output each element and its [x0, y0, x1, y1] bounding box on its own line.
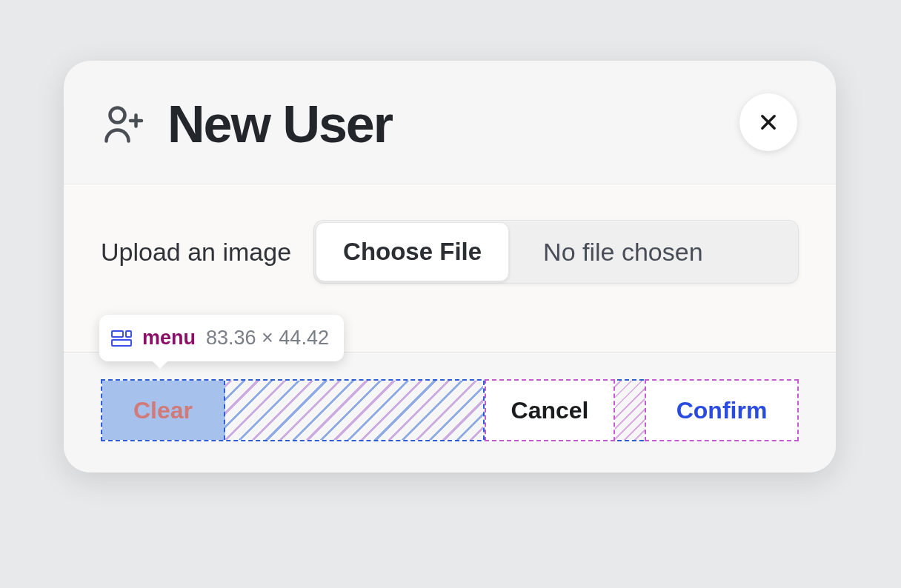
file-status-text: No file chosen — [511, 221, 798, 283]
choose-file-button[interactable]: Choose File — [316, 222, 509, 281]
inspector-dimensions: 83.36 × 44.42 — [206, 327, 329, 350]
button-menu-row: Clear Cancel Confirm — [101, 379, 799, 441]
flex-spacer — [225, 381, 485, 440]
close-button[interactable] — [739, 93, 797, 151]
svg-rect-5 — [112, 331, 123, 337]
svg-rect-6 — [112, 340, 131, 346]
file-input-group: Choose File No file chosen — [313, 220, 799, 284]
cancel-button[interactable]: Cancel — [485, 379, 615, 441]
user-plus-icon — [101, 102, 145, 147]
upload-row: Upload an image Choose File No file chos… — [101, 220, 799, 284]
modal-footer: Clear Cancel Confirm — [64, 352, 836, 472]
close-icon — [758, 112, 779, 133]
svg-point-0 — [110, 108, 125, 123]
confirm-button[interactable]: Confirm — [645, 379, 799, 441]
upload-label: Upload an image — [101, 238, 291, 267]
inspector-tag-name: menu — [142, 327, 196, 350]
new-user-modal: New User Upload an image Choose File No … — [64, 61, 836, 472]
modal-title: New User — [167, 95, 392, 154]
button-gap — [615, 381, 645, 440]
clear-button[interactable]: Clear — [102, 381, 225, 440]
svg-rect-7 — [126, 331, 131, 337]
devtools-inspector-tooltip: menu 83.36 × 44.42 — [99, 315, 344, 361]
layout-icon — [111, 330, 132, 347]
modal-header: New User — [64, 61, 836, 184]
